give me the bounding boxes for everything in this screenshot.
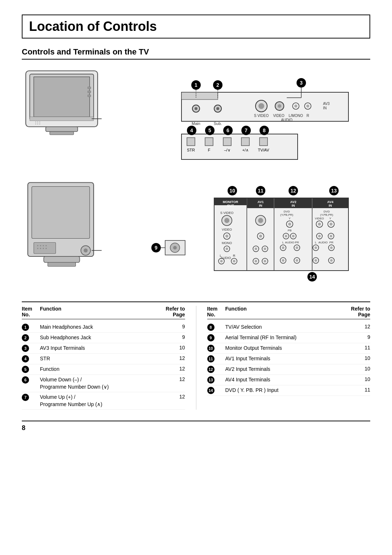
svg-rect-83: [44, 256, 80, 263]
table-row: 14 DVD ( Y. PB. PR ) Input 11: [207, 385, 371, 396]
svg-point-145: [285, 235, 287, 238]
svg-text:VIDEO: VIDEO: [315, 217, 324, 220]
items-col-right: ItemNo. Function Refer toPage 8 TV/AV Se…: [196, 306, 371, 410]
svg-text:6: 6: [226, 127, 229, 133]
svg-point-137: [264, 260, 266, 263]
svg-text:2: 2: [216, 82, 219, 88]
back-panel-svg: 10 11 12 13 MONITOR OU: [109, 184, 356, 289]
svg-text:PB: PB: [288, 229, 292, 232]
item-page-2: 9: [156, 334, 185, 340]
svg-text:8: 8: [263, 127, 266, 133]
svg-point-135: [255, 260, 257, 263]
svg-text:AUDIO: AUDIO: [281, 118, 293, 122]
svg-text:R: R: [233, 254, 236, 258]
svg-point-129: [259, 235, 262, 238]
svg-rect-60: [187, 138, 195, 146]
svg-rect-4: [50, 131, 74, 135]
svg-point-147: [292, 235, 295, 238]
svg-point-177: [330, 247, 333, 249]
svg-point-74: [40, 245, 41, 246]
svg-point-181: [330, 259, 333, 262]
col-function-label-left: Function: [40, 306, 156, 317]
svg-point-13: [37, 123, 38, 124]
svg-point-39: [306, 105, 309, 108]
top-diagram-row: 1 2 3 Main Sub.: [22, 67, 370, 162]
svg-text:OUT: OUT: [227, 204, 234, 207]
svg-text:AV3: AV3: [323, 102, 330, 106]
svg-point-131: [255, 248, 257, 250]
svg-rect-23: [181, 92, 218, 100]
svg-point-78: [40, 248, 41, 249]
svg-point-37: [294, 105, 297, 108]
item-function-3: AV3 Input Terminals: [40, 345, 156, 352]
item-page-12: 10: [341, 366, 370, 372]
svg-point-121: [220, 260, 223, 263]
svg-text:7: 7: [245, 127, 248, 133]
svg-text:Y: Y: [289, 217, 291, 220]
svg-text:VIDEO: VIDEO: [222, 228, 232, 231]
svg-text:PR: PR: [329, 241, 333, 244]
svg-rect-64: [260, 138, 268, 146]
svg-text:14: 14: [309, 274, 315, 280]
svg-rect-71: [32, 187, 90, 239]
table-row: 3 AV3 Input Terminals 10: [22, 343, 185, 354]
svg-text:DVD: DVD: [324, 210, 330, 213]
svg-text:MONO: MONO: [222, 241, 232, 245]
svg-point-9: [35, 122, 36, 122]
svg-text:S VIDEO: S VIDEO: [254, 114, 269, 118]
svg-point-112: [224, 218, 229, 223]
item-page-1: 9: [156, 324, 185, 329]
svg-point-10: [37, 122, 38, 122]
svg-point-142: [288, 223, 291, 226]
svg-rect-3: [46, 127, 78, 131]
svg-text:L/MONO: L/MONO: [289, 114, 303, 118]
svg-point-76: [45, 245, 46, 246]
svg-point-158: [296, 259, 298, 262]
item-function-14: DVD ( Y. PB. PR ) Input: [225, 387, 342, 394]
section-title: Controls and Terminals on the TV: [22, 47, 370, 60]
items-table: ItemNo. Function Refer toPage 1 Main Hea…: [22, 306, 370, 410]
svg-point-166: [330, 223, 332, 226]
svg-text:F: F: [208, 148, 211, 152]
svg-text:L: L: [282, 241, 284, 244]
top-panel-svg: 1 2 3 Main Sub.: [109, 78, 356, 161]
svg-text:(Y,PB,PR): (Y,PB,PR): [320, 213, 333, 216]
tv-front-sketch: [22, 67, 102, 148]
table-row: 13 AV4 Input Terminals 10: [207, 375, 371, 385]
svg-point-127: [258, 218, 263, 223]
item-number-9: 9: [207, 334, 225, 341]
bottom-diagram-row: 10 11 12 13 MONITOR OU: [22, 181, 370, 291]
item-function-9: Aerial Terminal (RF In Terminal): [225, 334, 342, 341]
svg-text:TV/AV: TV/AV: [258, 148, 270, 152]
svg-rect-8: [30, 117, 94, 121]
item-number-8: 8: [207, 324, 225, 331]
svg-point-28: [216, 107, 219, 110]
svg-text:AV2: AV2: [290, 200, 297, 204]
svg-text:12: 12: [290, 188, 296, 194]
svg-rect-5: [88, 87, 91, 89]
items-table-section: ItemNo. Function Refer toPage 1 Main Hea…: [22, 301, 370, 410]
table-row: 11 AV1 Input Terminals 10: [207, 354, 371, 364]
svg-text:4: 4: [190, 127, 193, 133]
item-function-10: Monitor Output Terminals: [225, 345, 342, 352]
svg-text:3: 3: [300, 80, 303, 86]
svg-text:IN: IN: [323, 106, 327, 110]
item-number-14: 14: [207, 387, 225, 394]
item-page-7: 12: [156, 394, 185, 400]
table-row: 12 AV2 Input Terminals 10: [207, 364, 371, 375]
svg-text:AUDIO: AUDIO: [285, 241, 294, 244]
svg-rect-49: [181, 134, 298, 159]
item-page-5: 12: [156, 366, 185, 372]
svg-point-154: [296, 247, 298, 249]
svg-text:10: 10: [229, 188, 235, 194]
table-row: 2 Sub Headphones Jack 9: [22, 333, 185, 343]
svg-point-173: [315, 247, 317, 249]
svg-text:5: 5: [208, 127, 211, 133]
items-col-left: ItemNo. Function Refer toPage 1 Main Hea…: [22, 306, 196, 410]
item-page-13: 10: [341, 376, 370, 382]
svg-point-115: [225, 235, 228, 238]
svg-text:–/∨: –/∨: [224, 148, 230, 152]
svg-text:Main: Main: [192, 121, 200, 126]
item-page-3: 10: [156, 345, 185, 351]
svg-text:AUDIO: AUDIO: [221, 256, 231, 260]
